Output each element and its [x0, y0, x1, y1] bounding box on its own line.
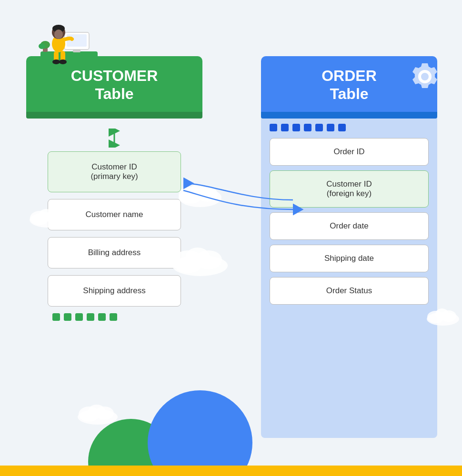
order-field-order-date: Order date [270, 212, 429, 240]
customer-field-billing-address: Billing address [48, 237, 181, 268]
svg-point-35 [88, 405, 105, 418]
svg-rect-3 [73, 50, 80, 52]
dot-1 [270, 124, 277, 131]
person-illustration [26, 10, 102, 71]
bottom-bar [0, 466, 462, 476]
svg-point-19 [188, 185, 207, 200]
svg-rect-2 [67, 34, 87, 47]
order-field-order-status: Order Status [270, 277, 429, 305]
dot-4 [304, 124, 311, 131]
svg-point-23 [39, 209, 54, 221]
order-field-order-id: Order ID [270, 138, 429, 166]
svg-point-10 [54, 30, 63, 39]
dot-2 [281, 124, 289, 131]
cloud-top-left [26, 205, 69, 229]
dot-3 [292, 124, 300, 131]
svg-rect-0 [40, 51, 98, 60]
dot-6 [327, 124, 334, 131]
svg-point-14 [59, 60, 67, 64]
cloud-right [424, 305, 462, 327]
svg-point-6 [39, 43, 45, 49]
order-table-dots [270, 124, 429, 131]
svg-point-31 [435, 308, 449, 320]
order-table-title: ORDER Table [271, 67, 428, 103]
gear-icon [408, 60, 442, 96]
order-table-body: Order ID Customer ID(foreign key) Order … [261, 117, 437, 438]
customer-table-title: CUSTOMER Table [36, 67, 193, 103]
dot-5 [315, 124, 323, 131]
order-field-customer-id: Customer ID(foreign key) [270, 170, 429, 208]
customer-field-customer-id: Customer ID(primary key) [48, 151, 181, 192]
cloud-bottom-left [74, 400, 121, 426]
dot-7 [338, 124, 346, 131]
cloud-top-middle [174, 181, 226, 209]
vertical-double-arrow [48, 129, 181, 148]
cloud-middle [167, 243, 233, 278]
customer-table-dots [48, 313, 181, 321]
svg-point-13 [52, 60, 60, 64]
order-field-shipping-date: Shipping date [270, 245, 429, 272]
customer-field-shipping-address: Shipping address [48, 275, 181, 307]
svg-point-27 [186, 248, 210, 267]
